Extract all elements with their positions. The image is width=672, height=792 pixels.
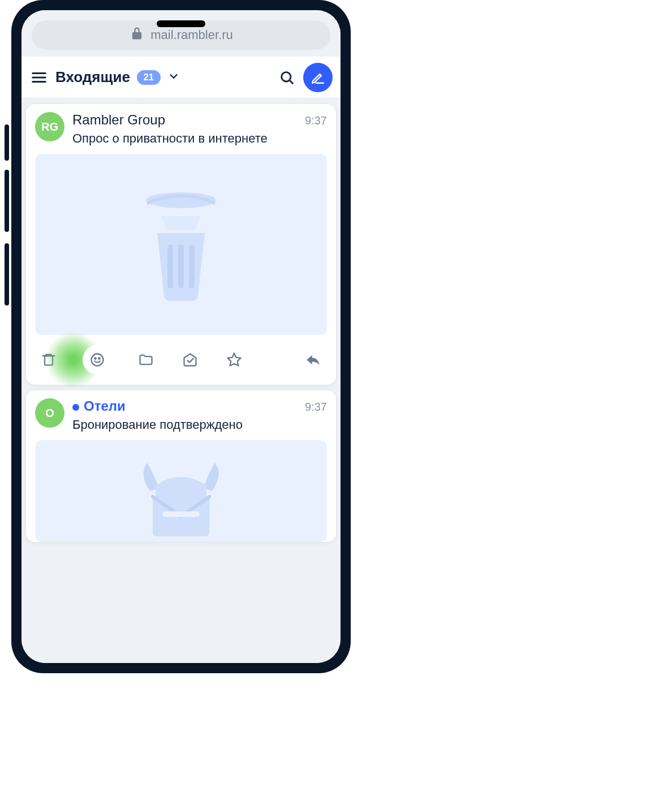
message-time: 9:37 (305, 114, 327, 127)
phone-frame: mail.rambler.ru Входящие 21 (11, 0, 351, 673)
smile-icon[interactable] (83, 345, 112, 375)
url-text: mail.rambler.ru (150, 28, 232, 42)
phone-volume-down (5, 243, 9, 305)
message-card[interactable]: O Отели 9:37 Бронирование подтверждено (26, 390, 336, 542)
reply-icon[interactable] (303, 350, 324, 370)
avatar: O (35, 398, 64, 428)
app-header: Входящие 21 (21, 57, 341, 98)
message-subject: Опрос о приватности в интернете (72, 131, 327, 146)
svg-rect-17 (162, 511, 200, 517)
folder-title[interactable]: Входящие (55, 68, 130, 86)
svg-point-14 (98, 358, 100, 359)
svg-rect-9 (178, 244, 184, 289)
viking-envelope-illustration-icon (127, 457, 235, 542)
message-preview (35, 154, 327, 335)
folder-icon[interactable] (136, 350, 156, 370)
svg-point-13 (94, 358, 96, 359)
phone-notch (157, 20, 205, 27)
avatar: RG (35, 112, 64, 141)
svg-marker-7 (161, 216, 201, 230)
compose-button[interactable] (303, 63, 333, 92)
message-card[interactable]: RG Rambler Group 9:37 Опрос о приватност… (26, 104, 336, 385)
lock-icon (129, 25, 145, 45)
screen: mail.rambler.ru Входящие 21 (21, 10, 341, 663)
svg-rect-11 (45, 356, 53, 365)
phone-volume-up (5, 170, 9, 232)
message-subject: Бронирование подтверждено (72, 417, 327, 432)
svg-line-4 (290, 80, 292, 83)
message-time: 9:37 (305, 401, 327, 414)
svg-rect-8 (167, 244, 173, 289)
unread-badge: 21 (137, 70, 161, 85)
svg-marker-15 (227, 353, 240, 365)
trash-icon[interactable] (38, 350, 59, 370)
trash-illustration-icon (130, 182, 232, 307)
unread-dot-icon (72, 404, 79, 411)
phone-mute-switch (5, 124, 9, 161)
svg-point-12 (92, 354, 104, 366)
sender-name: Rambler Group (72, 112, 165, 128)
sender-name: Отели (72, 398, 126, 414)
message-list[interactable]: RG Rambler Group 9:37 Опрос о приватност… (21, 98, 341, 663)
browser-bar: mail.rambler.ru (21, 10, 341, 57)
message-preview (35, 440, 327, 542)
svg-rect-10 (189, 244, 195, 289)
search-icon[interactable] (277, 68, 296, 87)
star-icon[interactable] (224, 350, 244, 370)
menu-icon[interactable] (29, 68, 49, 87)
mark-read-icon[interactable] (180, 350, 200, 370)
message-actions (35, 335, 327, 385)
chevron-down-icon[interactable] (167, 70, 180, 85)
